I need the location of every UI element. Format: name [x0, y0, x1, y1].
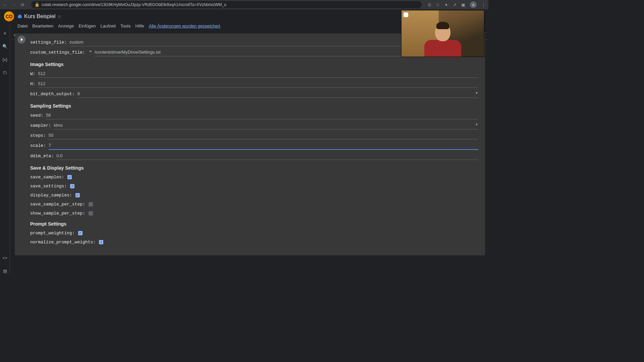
- scale-label: scale:: [30, 143, 46, 148]
- quote-prefix: ": [89, 50, 92, 55]
- normalize-prompt-weights-label: normalize_prompt_weights:: [30, 240, 96, 245]
- overlay-badge-icon: [404, 12, 408, 17]
- save-samples-checkbox[interactable]: [67, 175, 72, 179]
- document-title[interactable]: Kurs Beispiel: [24, 13, 55, 19]
- height-input[interactable]: [38, 80, 478, 88]
- bit-depth-label: bit_depth_output:: [30, 92, 75, 97]
- code-snippets-icon[interactable]: <>: [2, 255, 7, 260]
- files-icon[interactable]: 🗀: [3, 70, 7, 75]
- browser-chrome: ← → ⟳ 🔒 colab.research.google.com/drive/…: [0, 0, 488, 9]
- search-icon[interactable]: 🔍: [2, 44, 8, 49]
- ddim-eta-input[interactable]: [56, 152, 478, 160]
- save-settings-checkbox[interactable]: [70, 184, 74, 188]
- custom-settings-file-label: custom_settings_file:: [30, 50, 85, 55]
- address-bar[interactable]: 🔒 colab.research.google.com/drive/13G9KH…: [31, 1, 422, 8]
- terminal-icon[interactable]: ▤: [3, 268, 7, 274]
- notebook-main: settings_file: ▼ custom_settings_file: "…: [10, 34, 488, 274]
- toc-icon[interactable]: ≡: [4, 31, 6, 36]
- width-input[interactable]: [38, 70, 478, 78]
- normalize-prompt-weights-checkbox[interactable]: [99, 240, 103, 244]
- ddim-eta-label: ddim_eta:: [30, 154, 54, 159]
- menu-laufzeit[interactable]: Laufzeit: [101, 23, 116, 28]
- width-label: W:: [30, 71, 36, 76]
- form-cell: settings_file: ▼ custom_settings_file: "…: [15, 34, 485, 255]
- menu-datei[interactable]: Datei: [17, 23, 28, 28]
- menu-einfuegen[interactable]: Einfügen: [78, 23, 96, 28]
- menu-dots-icon[interactable]: ⋮: [481, 2, 486, 7]
- drive-icon: [17, 14, 22, 19]
- chevron-down-icon[interactable]: ▼: [475, 123, 478, 126]
- variables-icon[interactable]: {x}: [2, 57, 7, 62]
- favorite-star-icon[interactable]: ☆: [57, 14, 62, 19]
- menu-bearbeiten[interactable]: Bearbeiten: [32, 23, 53, 28]
- display-samples-checkbox[interactable]: [75, 193, 80, 197]
- extensions-icon[interactable]: ✦: [444, 2, 448, 7]
- display-samples-label: display_samples:: [30, 193, 72, 198]
- prompt-settings-heading: Prompt Settings: [30, 221, 478, 227]
- height-label: H:: [30, 81, 36, 86]
- forward-icon[interactable]: →: [12, 2, 16, 7]
- back-icon[interactable]: ←: [3, 2, 7, 7]
- prompt-weighting-label: prompt_weighting:: [30, 231, 75, 236]
- colab-logo-icon[interactable]: CO: [4, 11, 14, 21]
- sampler-label: sampler:: [30, 123, 51, 128]
- left-sidebar: ≡ 🔍 {x} 🗀 <> ▤: [0, 25, 10, 274]
- star-icon[interactable]: ☆: [436, 2, 440, 7]
- menu-hilfe[interactable]: Hilfe: [135, 23, 144, 28]
- save-samples-label: save_samples:: [30, 175, 64, 180]
- reload-icon[interactable]: ⟳: [21, 2, 24, 7]
- webcam-overlay: [401, 10, 484, 57]
- save-sample-per-step-checkbox[interactable]: [89, 202, 93, 206]
- profile-avatar[interactable]: a: [470, 1, 477, 8]
- seed-input[interactable]: [46, 111, 478, 119]
- show-sample-per-step-label: show_sample_per_step:: [30, 211, 85, 216]
- save-sample-per-step-label: save_sample_per_step:: [30, 202, 85, 207]
- steps-label: steps:: [30, 133, 46, 138]
- save-display-heading: Save & Display Settings: [30, 165, 478, 171]
- save-status[interactable]: Alle Änderungen wurden gespeichert: [149, 23, 220, 28]
- url-text: colab.research.google.com/drive/13G9KHyM…: [42, 2, 226, 7]
- chevron-down-icon[interactable]: ▼: [475, 91, 478, 95]
- translate-icon[interactable]: ⎘: [428, 2, 431, 7]
- menu-tools[interactable]: Tools: [120, 23, 130, 28]
- panel-icon[interactable]: ▣: [461, 2, 465, 7]
- steps-input[interactable]: [49, 131, 478, 139]
- scale-input[interactable]: [49, 141, 478, 150]
- show-sample-per-step-checkbox[interactable]: [89, 211, 93, 216]
- link-icon[interactable]: ↗: [453, 2, 457, 7]
- image-settings-heading: Image Settings: [30, 62, 478, 67]
- sampler-select[interactable]: [54, 121, 478, 129]
- save-settings-label: save_settings:: [30, 184, 67, 189]
- menu-anzeige[interactable]: Anzeige: [58, 23, 74, 28]
- sampling-settings-heading: Sampling Settings: [30, 103, 478, 109]
- prompt-weighting-checkbox[interactable]: [78, 231, 83, 235]
- lock-icon: 🔒: [35, 2, 40, 7]
- bit-depth-select[interactable]: [77, 90, 478, 98]
- seed-label: seed:: [30, 113, 43, 118]
- settings-file-label: settings_file:: [30, 40, 67, 45]
- run-cell-button[interactable]: [17, 36, 25, 44]
- svg-marker-0: [18, 15, 22, 18]
